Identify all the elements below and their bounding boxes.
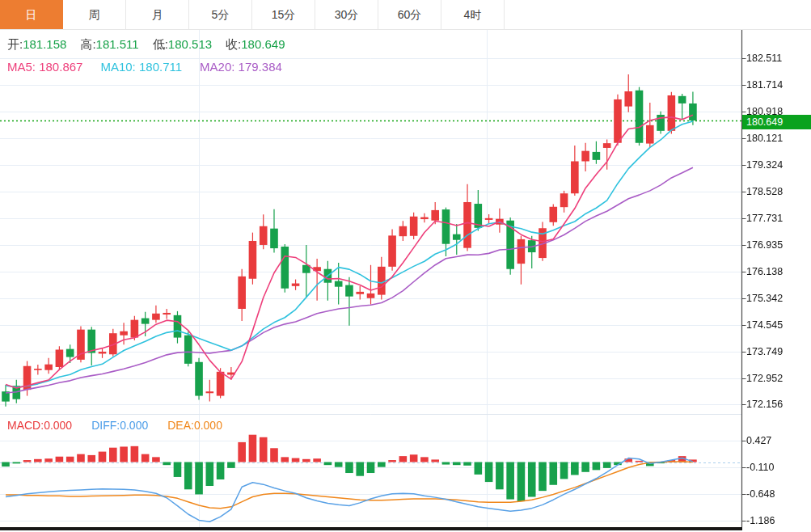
price-axis-label: 176.935 [746,239,809,251]
tab-timeframe-6[interactable]: 60分 [378,0,441,29]
close-value: 180.649 [241,37,285,51]
diff-readout: DIFF:0.000 [91,419,148,432]
dea-readout: DEA:0.000 [167,419,222,432]
low-label: 低: [153,37,168,51]
ma5-readout: MA5: 180.867 [7,60,82,74]
tab-timeframe-7[interactable]: 4时 [441,0,505,29]
price-axis-label: 179.324 [746,158,809,171]
open-label: 开: [7,37,23,51]
macd-axis-label: 0.427 [746,434,809,447]
macd-overlay-bar: MACD:0.000DIFF:0.000DEA:0.000 [7,419,222,432]
macd-readout: MACD:0.000 [7,419,72,432]
candlestick-chart-canvas[interactable] [0,0,811,532]
price-axis-label: 178.528 [746,185,809,198]
tab-timeframe-5[interactable]: 30分 [315,0,378,29]
timeframe-tabbar: 日周月5分15分30分60分4时 [0,0,811,30]
ma20-readout: MA20: 179.384 [200,60,282,74]
price-axis-label: 172.952 [746,372,809,385]
price-axis-label: 173.749 [746,345,809,358]
quote-bar: 开:181.158高:181.511低:180.513收:180.649 [7,37,299,53]
price-axis-label: 180.121 [746,132,809,145]
price-axis-label: 182.511 [746,52,809,65]
trading-chart-app: 日周月5分15分30分60分4时 开:181.158高:181.511低:180… [0,0,811,532]
tab-timeframe-1[interactable]: 周 [63,0,126,29]
close-label: 收: [226,37,241,51]
price-axis-label: 177.731 [746,212,809,225]
low-value: 180.513 [168,37,212,51]
last-price-badge: 180.649 [742,115,811,129]
tab-timeframe-2[interactable]: 月 [126,0,189,29]
price-axis-label: 181.714 [746,78,809,91]
price-axis-label: 175.342 [746,292,809,305]
ma-overlay-bar: MA5: 180.867MA10: 180.711MA20: 179.384 [7,60,282,74]
open-value: 181.158 [23,37,66,51]
tab-timeframe-3[interactable]: 5分 [189,0,252,29]
price-axis-label: 172.156 [746,398,809,411]
macd-axis-label: -1.186 [746,514,809,527]
macd-axis-label: -0.648 [746,488,809,500]
tab-timeframe-4[interactable]: 15分 [252,0,315,29]
high-value: 181.511 [96,37,139,51]
ma10-readout: MA10: 180.711 [100,60,182,74]
price-axis-label: 176.138 [746,265,809,278]
price-axis-label: 174.545 [746,319,809,331]
high-label: 高: [80,37,95,51]
tab-timeframe-0[interactable]: 日 [0,0,63,29]
macd-axis-label: -0.110 [746,461,809,474]
